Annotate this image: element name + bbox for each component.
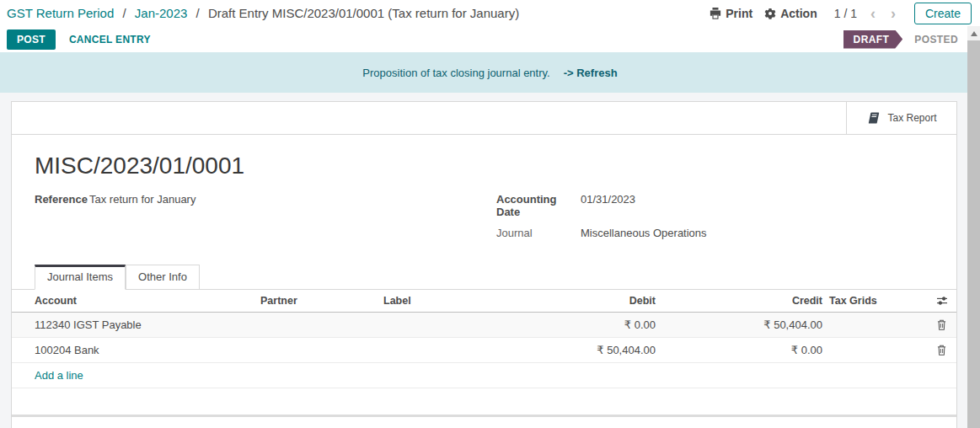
odoo-form-view: GST Return Period / Jan-2023 / Draft Ent… xyxy=(0,0,980,428)
cancel-entry-button[interactable]: CANCEL ENTRY xyxy=(69,34,151,45)
action-button[interactable]: Action xyxy=(764,7,817,20)
column-header-account[interactable]: Account xyxy=(12,290,257,313)
control-bar: POST CANCEL ENTRY DRAFT POSTED xyxy=(0,26,980,52)
form-sheet: MISC/2023/01/0001 Reference Tax return f… xyxy=(12,135,956,428)
journal-item-row[interactable]: 100204 Bank ₹ 50,404.00 ₹ 0.00 xyxy=(12,338,956,363)
column-header-tax-grids[interactable]: Tax Grids xyxy=(826,290,927,313)
journal-value[interactable]: Miscellaneous Operations xyxy=(581,227,707,242)
form-card: Tax Report MISC/2023/01/0001 Reference T… xyxy=(11,101,957,428)
reference-value[interactable]: Tax return for January xyxy=(89,193,195,208)
field-column-right: Accounting Date 01/31/2023 Journal Misce… xyxy=(496,193,934,250)
cell-partner[interactable] xyxy=(257,338,380,363)
pager-counter: 1 / 1 xyxy=(834,7,857,20)
top-actions: Print Action 1 / 1 ‹ › Create xyxy=(710,3,972,24)
totals-row: 50,404.00 50,404.00 xyxy=(12,417,956,428)
breadcrumb-current: Draft Entry MISC/2023/01/0001 (Tax retur… xyxy=(208,6,519,20)
refresh-link[interactable]: -> Refresh xyxy=(564,67,618,79)
journal-items-table: Account Partner Label Debit Credit Tax G… xyxy=(12,290,956,388)
cell-label[interactable] xyxy=(380,338,536,363)
tab-journal-items[interactable]: Journal Items xyxy=(35,265,126,290)
field-journal: Journal Miscellaneous Operations xyxy=(496,227,934,242)
scrollbar-up-arrow-icon[interactable] xyxy=(967,26,980,40)
cell-tax-grids[interactable] xyxy=(826,313,927,338)
breadcrumb-link-jan-2023[interactable]: Jan-2023 xyxy=(135,6,188,20)
trash-icon xyxy=(930,319,953,330)
breadcrumb-separator: / xyxy=(122,6,126,20)
total-credit: 50,404.00 xyxy=(659,417,826,428)
totals-spacer xyxy=(12,417,257,428)
printer-icon xyxy=(710,8,721,19)
field-reference: Reference Tax return for January xyxy=(35,193,496,208)
cell-account[interactable]: 100204 Bank xyxy=(12,338,257,363)
print-button[interactable]: Print xyxy=(710,7,752,20)
breadcrumb-separator: / xyxy=(196,6,200,20)
add-line-row: Add a line xyxy=(12,363,956,388)
record-actions: POST CANCEL ENTRY xyxy=(7,29,151,50)
journal-label: Journal xyxy=(496,227,581,242)
optional-columns-button[interactable] xyxy=(927,290,956,313)
create-button[interactable]: Create xyxy=(914,3,972,24)
cell-label[interactable] xyxy=(380,313,536,338)
print-label: Print xyxy=(726,7,752,20)
notebook-tabs: Journal Items Other Info xyxy=(12,265,956,290)
status-badge-draft[interactable]: DRAFT xyxy=(843,30,903,49)
cell-debit[interactable]: ₹ 0.00 xyxy=(536,313,659,338)
column-header-partner[interactable]: Partner xyxy=(257,290,380,313)
cell-tax-grids[interactable] xyxy=(826,338,927,363)
breadcrumb: GST Return Period / Jan-2023 / Draft Ent… xyxy=(7,6,519,20)
accounting-date-value[interactable]: 01/31/2023 xyxy=(581,193,635,218)
add-a-line-link[interactable]: Add a line xyxy=(35,369,83,382)
journal-book-icon xyxy=(866,111,881,125)
tax-report-button[interactable]: Tax Report xyxy=(846,102,956,134)
accounting-date-label: Accounting Date xyxy=(496,193,581,218)
column-header-credit[interactable]: Credit xyxy=(659,290,826,313)
cell-debit[interactable]: ₹ 50,404.00 xyxy=(536,338,659,363)
breadcrumb-link-gst-return-period[interactable]: GST Return Period xyxy=(7,6,114,20)
field-column-left: Reference Tax return for January xyxy=(35,193,496,250)
action-label: Action xyxy=(780,7,817,20)
delete-row-button[interactable] xyxy=(927,338,956,363)
total-debit: 50,404.00 xyxy=(536,417,659,428)
pager-next-icon[interactable]: › xyxy=(889,8,897,19)
column-header-label[interactable]: Label xyxy=(380,290,536,313)
cell-account[interactable]: 112340 IGST Payable xyxy=(12,313,257,338)
tab-other-info[interactable]: Other Info xyxy=(126,265,200,290)
field-accounting-date: Accounting Date 01/31/2023 xyxy=(496,193,934,218)
column-header-debit[interactable]: Debit xyxy=(536,290,659,313)
entry-title: MISC/2023/01/0001 xyxy=(35,152,934,180)
cell-partner[interactable] xyxy=(257,313,380,338)
tax-report-label: Tax Report xyxy=(887,112,936,124)
vertical-scrollbar[interactable] xyxy=(967,26,980,428)
delete-row-button[interactable] xyxy=(927,313,956,338)
cell-credit[interactable]: ₹ 0.00 xyxy=(659,338,826,363)
journal-item-row[interactable]: 112340 IGST Payable ₹ 0.00 ₹ 50,404.00 xyxy=(12,313,956,338)
gear-icon xyxy=(764,8,776,19)
field-group: Reference Tax return for January Account… xyxy=(35,193,934,250)
post-button[interactable]: POST xyxy=(7,29,56,50)
top-navbar: GST Return Period / Jan-2023 / Draft Ent… xyxy=(0,0,980,26)
sliders-icon xyxy=(930,296,953,306)
banner-message: Proposition of tax closing journal entry… xyxy=(362,67,549,79)
info-banner: Proposition of tax closing journal entry… xyxy=(0,52,980,93)
pager-previous-icon[interactable]: ‹ xyxy=(869,8,877,19)
scrollbar-thumb[interactable] xyxy=(967,40,980,428)
trash-icon xyxy=(930,345,953,356)
cell-credit[interactable]: ₹ 50,404.00 xyxy=(659,313,826,338)
table-header-row: Account Partner Label Debit Credit Tax G… xyxy=(12,290,956,313)
status-badge-posted[interactable]: POSTED xyxy=(914,34,958,45)
button-box: Tax Report xyxy=(12,102,956,135)
status-bar: DRAFT POSTED xyxy=(843,30,958,49)
reference-label: Reference xyxy=(35,193,89,208)
